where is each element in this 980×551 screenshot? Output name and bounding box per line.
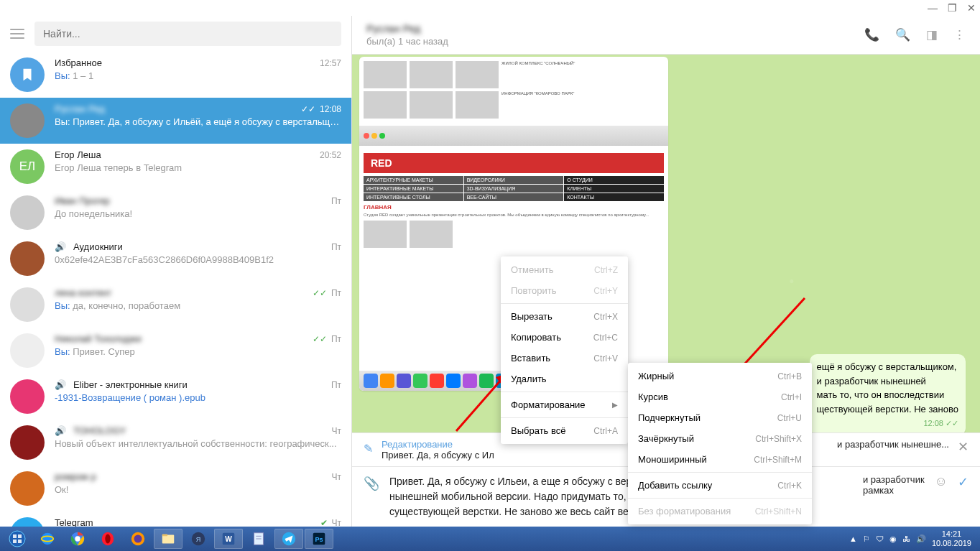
chat-name: лена контент xyxy=(55,287,308,298)
menu-item[interactable]: КурсивCtrl+I xyxy=(628,386,812,407)
tray-network-icon[interactable]: 🖧 xyxy=(902,534,910,543)
chat-preview: -1931-Возвращение ( роман ).epub xyxy=(55,392,341,403)
start-button[interactable] xyxy=(3,529,32,549)
taskbar-telegram[interactable] xyxy=(274,529,303,549)
tray-clock[interactable]: 14:21 10.08.2019 xyxy=(932,529,971,548)
tray-shield-icon[interactable]: 🛡 xyxy=(876,534,884,543)
chat-preview: 0x62efe42AE3B7cFa563C2866D6f0A9988B409B1… xyxy=(55,254,341,265)
tray-arrow-icon[interactable]: ▲ xyxy=(849,534,857,543)
red-logo: RED xyxy=(364,153,664,173)
chat-item[interactable]: 🔊TOHOLOGYЧт Новый объект интеллектуально… xyxy=(0,420,351,466)
more-icon[interactable]: ⋮ xyxy=(953,27,966,42)
chat-name: ромром р xyxy=(55,471,328,482)
edit-icon: ✎ xyxy=(364,442,373,455)
tray-volume-icon[interactable]: 🔊 xyxy=(916,534,926,544)
taskbar-ie[interactable] xyxy=(33,529,62,549)
svg-text:W: W xyxy=(225,535,232,543)
chat-preview: Вы: Привет. Супер xyxy=(55,346,341,357)
menu-item[interactable]: ПодчеркнутыйCtrl+U xyxy=(628,407,812,428)
chat-item[interactable]: ЕЛ Егор Леша20:52 Егор Леша теперь в Tel… xyxy=(0,144,351,190)
chat-item[interactable]: лена контент✓✓Пт Вы: да, конечно, порабо… xyxy=(0,282,351,328)
search-chat-icon[interactable]: 🔍 xyxy=(895,27,910,42)
avatar xyxy=(10,57,45,92)
svg-text:Ps: Ps xyxy=(315,536,323,543)
chat-time: Пт xyxy=(331,196,341,206)
taskbar-punto[interactable]: Я xyxy=(184,529,213,549)
chat-time: Пт xyxy=(331,334,341,344)
avatar: ЕЛ xyxy=(10,149,45,184)
call-icon[interactable]: 📞 xyxy=(864,27,879,42)
taskbar-photoshop[interactable]: Ps xyxy=(305,529,333,549)
search-input[interactable] xyxy=(34,22,341,46)
chat-preview: Егор Леша теперь в Telegram xyxy=(55,162,341,173)
menu-item[interactable]: ВырезатьCtrl+X xyxy=(501,306,628,327)
menu-item[interactable]: ЗачёркнутыйCtrl+Shift+X xyxy=(628,428,812,449)
avatar xyxy=(10,287,45,322)
chat-name: Telegram xyxy=(55,517,316,527)
chat-item[interactable]: Избранное12:57 Вы: 1 – 1 xyxy=(0,52,351,98)
svg-point-4 xyxy=(9,531,25,547)
send-button[interactable]: ✓ xyxy=(958,474,969,490)
chat-name: Руслан Ред xyxy=(55,103,297,114)
chat-item[interactable]: 🔊Eliber - электронные книгиПт -1931-Возв… xyxy=(0,374,351,420)
menu-item[interactable]: Добавить ссылкуCtrl+K xyxy=(628,475,812,496)
window-maximize[interactable]: ❐ xyxy=(948,2,957,14)
chat-name: Егор Леша xyxy=(55,149,315,160)
menu-item[interactable]: Форматирование▶ xyxy=(501,394,628,415)
chat-time: Пт xyxy=(331,380,341,390)
taskbar-explorer[interactable] xyxy=(154,529,182,549)
chat-item[interactable]: 🔊АудиокнигиПт 0x62efe42AE3B7cFa563C2866D… xyxy=(0,236,351,282)
taskbar-opera[interactable] xyxy=(93,529,122,549)
page-heading: ГЛАВНАЯ xyxy=(364,204,664,210)
window-close[interactable]: ✕ xyxy=(967,2,976,14)
chat-title[interactable]: Руслан Ред xyxy=(366,23,448,34)
chat-preview: Вы: да, конечно, поработаем xyxy=(55,300,341,311)
format-submenu[interactable]: ЖирныйCtrl+BКурсивCtrl+IПодчеркнутыйCtrl… xyxy=(628,363,812,524)
chat-item[interactable]: Николай Тохолоджи✓✓Пт Вы: Привет. Супер xyxy=(0,328,351,374)
taskbar-word[interactable]: W xyxy=(214,529,243,549)
chat-item[interactable]: ромром рЧт Ок! xyxy=(0,466,351,511)
chat-name: Eliber - электронные книги xyxy=(73,379,327,390)
edit-close[interactable]: ✕ xyxy=(958,439,969,455)
chat-name: Иван Прогер xyxy=(55,195,327,206)
chat-item[interactable]: Руслан Ред✓✓12:08 Вы: Привет. Да, я обсу… xyxy=(0,98,351,144)
menu-button[interactable] xyxy=(10,29,24,39)
chat-item[interactable]: Telegram✔Чт xyxy=(0,511,351,527)
menu-item[interactable]: Удалить xyxy=(501,369,628,389)
menu-item[interactable]: КопироватьCtrl+C xyxy=(501,327,628,348)
chat-status: был(а) 1 час назад xyxy=(366,36,448,47)
chat-preview: Вы: Привет. Да, я обсужу с Ильёй, а ещё … xyxy=(55,116,341,127)
avatar xyxy=(10,241,45,276)
chat-time: Чт xyxy=(332,518,342,527)
message-bubble[interactable]: ещё я обсужу с верстальщиком, и разработ… xyxy=(810,354,966,432)
menu-item[interactable]: Выбрать всёCtrl+A xyxy=(501,420,628,441)
menu-item: ПовторитьCtrl+Y xyxy=(501,280,628,301)
chat-time: Пт xyxy=(331,288,341,298)
attach-icon[interactable]: 📎 xyxy=(364,476,379,491)
menu-item[interactable]: ВставитьCtrl+V xyxy=(501,348,628,369)
chat-time: 20:52 xyxy=(320,150,341,160)
menu-item[interactable]: МоноширинныйCtrl+Shift+M xyxy=(628,449,812,470)
tray-action-center[interactable]: ⚐ xyxy=(863,534,870,544)
chat-time: Пт xyxy=(331,242,341,252)
menu-item[interactable]: ЖирныйCtrl+B xyxy=(628,366,812,386)
taskbar-chrome[interactable] xyxy=(63,529,92,549)
svg-rect-14 xyxy=(162,534,167,537)
chat-name: TOHOLOGY xyxy=(73,425,328,436)
menu-item: ОтменитьCtrl+Z xyxy=(501,259,628,280)
chat-item[interactable]: Иван ПрогерПт До понедельника! xyxy=(0,190,351,236)
taskbar-notepad[interactable] xyxy=(244,529,273,549)
window-minimize[interactable]: — xyxy=(928,2,938,14)
sidepanel-icon[interactable]: ◨ xyxy=(926,27,938,42)
menu-item: Без форматированияCtrl+Shift+N xyxy=(628,501,812,522)
avatar xyxy=(10,333,45,368)
avatar xyxy=(10,471,45,506)
edit-preview: Привет. Да, я обсужу с Ил xyxy=(382,450,661,460)
tray-sync-icon[interactable]: ◉ xyxy=(889,534,897,544)
chat-preview: Вы: 1 – 1 xyxy=(55,70,341,81)
emoji-icon[interactable]: ☺ xyxy=(935,474,948,489)
chat-time: 12:08 xyxy=(320,104,341,114)
chat-preview: Ок! xyxy=(55,484,341,495)
context-menu[interactable]: ОтменитьCtrl+ZПовторитьCtrl+YВырезатьCtr… xyxy=(501,256,628,444)
taskbar-firefox[interactable] xyxy=(124,529,152,549)
